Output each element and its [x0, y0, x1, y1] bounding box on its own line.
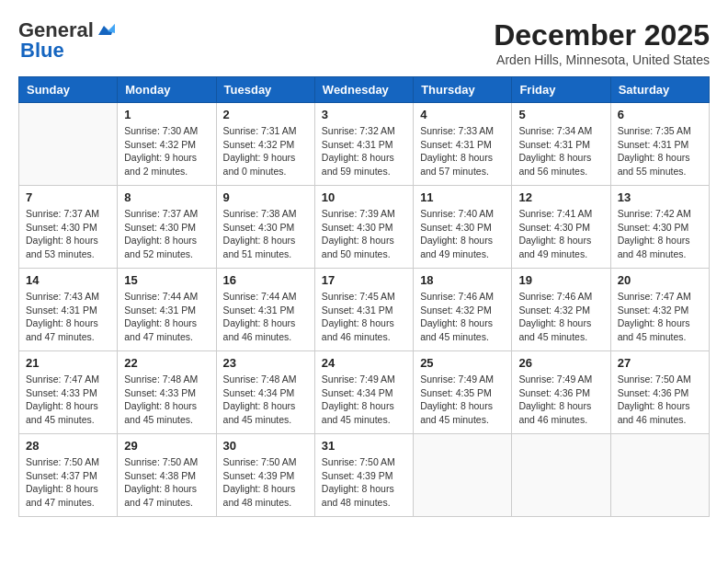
day-cell: 18Sunrise: 7:46 AMSunset: 4:32 PMDayligh…: [414, 269, 512, 351]
header-wednesday: Wednesday: [314, 77, 413, 103]
day-number: 20: [618, 273, 702, 287]
day-cell: 5Sunrise: 7:34 AMSunset: 4:31 PMDaylight…: [512, 103, 610, 186]
day-number: 6: [618, 108, 702, 121]
header-thursday: Thursday: [414, 77, 512, 103]
day-info: Sunrise: 7:38 AMSunset: 4:30 PMDaylight:…: [223, 207, 308, 261]
day-info: Sunrise: 7:48 AMSunset: 4:34 PMDaylight:…: [223, 373, 308, 427]
day-number: 16: [223, 273, 308, 287]
day-cell: 7Sunrise: 7:37 AMSunset: 4:30 PMDaylight…: [19, 186, 118, 269]
day-info: Sunrise: 7:37 AMSunset: 4:30 PMDaylight:…: [124, 207, 209, 261]
day-cell: [512, 434, 610, 517]
day-cell: 25Sunrise: 7:49 AMSunset: 4:35 PMDayligh…: [414, 351, 512, 434]
day-cell: 3Sunrise: 7:32 AMSunset: 4:31 PMDaylight…: [314, 103, 413, 186]
day-number: 21: [26, 356, 110, 370]
month-title: December 2025: [494, 18, 710, 52]
day-cell: 17Sunrise: 7:45 AMSunset: 4:31 PMDayligh…: [314, 269, 413, 351]
day-cell: 22Sunrise: 7:48 AMSunset: 4:33 PMDayligh…: [118, 351, 216, 434]
day-info: Sunrise: 7:34 AMSunset: 4:31 PMDaylight:…: [518, 124, 603, 178]
header-monday: Monday: [118, 77, 216, 103]
day-number: 25: [420, 356, 505, 370]
day-number: 5: [518, 108, 603, 121]
day-info: Sunrise: 7:43 AMSunset: 4:31 PMDaylight:…: [26, 290, 110, 344]
header-tuesday: Tuesday: [216, 77, 314, 103]
day-info: Sunrise: 7:32 AMSunset: 4:31 PMDaylight:…: [322, 124, 406, 178]
day-number: 12: [518, 190, 603, 204]
day-number: 17: [322, 273, 406, 287]
day-info: Sunrise: 7:50 AMSunset: 4:39 PMDaylight:…: [322, 455, 406, 510]
day-cell: 28Sunrise: 7:50 AMSunset: 4:37 PMDayligh…: [19, 434, 118, 517]
day-cell: [610, 434, 709, 517]
day-cell: 21Sunrise: 7:47 AMSunset: 4:33 PMDayligh…: [19, 351, 118, 434]
day-info: Sunrise: 7:33 AMSunset: 4:31 PMDaylight:…: [420, 124, 505, 178]
day-info: Sunrise: 7:41 AMSunset: 4:30 PMDaylight:…: [518, 207, 603, 261]
day-number: 8: [124, 190, 209, 204]
week-row-2: 7Sunrise: 7:37 AMSunset: 4:30 PMDaylight…: [19, 186, 710, 269]
day-number: 31: [322, 439, 406, 453]
day-number: 29: [124, 439, 209, 453]
day-info: Sunrise: 7:44 AMSunset: 4:31 PMDaylight:…: [223, 290, 308, 344]
day-cell: 30Sunrise: 7:50 AMSunset: 4:39 PMDayligh…: [216, 434, 314, 517]
day-number: 7: [26, 190, 110, 204]
day-number: 23: [223, 356, 308, 370]
day-number: 4: [420, 108, 505, 121]
day-number: 11: [420, 190, 505, 204]
logo: General Blue: [18, 18, 116, 63]
day-cell: 29Sunrise: 7:50 AMSunset: 4:38 PMDayligh…: [118, 434, 216, 517]
day-cell: 19Sunrise: 7:46 AMSunset: 4:32 PMDayligh…: [512, 269, 610, 351]
day-number: 9: [223, 190, 308, 204]
day-info: Sunrise: 7:49 AMSunset: 4:36 PMDaylight:…: [518, 373, 603, 427]
calendar-table: SundayMondayTuesdayWednesdayThursdayFrid…: [18, 76, 710, 517]
day-number: 18: [420, 273, 505, 287]
day-info: Sunrise: 7:48 AMSunset: 4:33 PMDaylight:…: [124, 373, 209, 427]
title-block: December 2025 Arden Hills, Minnesota, Un…: [494, 18, 710, 67]
day-info: Sunrise: 7:40 AMSunset: 4:30 PMDaylight:…: [420, 207, 505, 261]
day-number: 24: [322, 356, 406, 370]
day-number: 10: [322, 190, 406, 204]
week-row-1: 1Sunrise: 7:30 AMSunset: 4:32 PMDaylight…: [19, 103, 710, 186]
day-number: 1: [124, 108, 209, 121]
calendar-header-row: SundayMondayTuesdayWednesdayThursdayFrid…: [19, 77, 710, 103]
day-cell: 15Sunrise: 7:44 AMSunset: 4:31 PMDayligh…: [118, 269, 216, 351]
day-cell: 26Sunrise: 7:49 AMSunset: 4:36 PMDayligh…: [512, 351, 610, 434]
day-info: Sunrise: 7:46 AMSunset: 4:32 PMDaylight:…: [420, 290, 505, 344]
day-info: Sunrise: 7:47 AMSunset: 4:32 PMDaylight:…: [618, 290, 702, 344]
day-number: 2: [223, 108, 308, 121]
header-friday: Friday: [512, 77, 610, 103]
day-cell: 12Sunrise: 7:41 AMSunset: 4:30 PMDayligh…: [512, 186, 610, 269]
day-cell: 8Sunrise: 7:37 AMSunset: 4:30 PMDaylight…: [118, 186, 216, 269]
day-cell: 9Sunrise: 7:38 AMSunset: 4:30 PMDaylight…: [216, 186, 314, 269]
day-info: Sunrise: 7:42 AMSunset: 4:30 PMDaylight:…: [618, 207, 702, 261]
day-number: 27: [618, 356, 702, 370]
day-info: Sunrise: 7:30 AMSunset: 4:32 PMDaylight:…: [124, 124, 209, 178]
day-number: 3: [322, 108, 406, 121]
day-cell: 20Sunrise: 7:47 AMSunset: 4:32 PMDayligh…: [610, 269, 709, 351]
day-info: Sunrise: 7:39 AMSunset: 4:30 PMDaylight:…: [322, 207, 406, 261]
day-cell: [19, 103, 118, 186]
day-info: Sunrise: 7:50 AMSunset: 4:37 PMDaylight:…: [26, 455, 110, 510]
day-cell: 11Sunrise: 7:40 AMSunset: 4:30 PMDayligh…: [414, 186, 512, 269]
day-number: 14: [26, 273, 110, 287]
day-info: Sunrise: 7:50 AMSunset: 4:38 PMDaylight:…: [124, 455, 209, 510]
day-number: 13: [618, 190, 702, 204]
day-info: Sunrise: 7:37 AMSunset: 4:30 PMDaylight:…: [26, 207, 110, 261]
day-number: 26: [518, 356, 603, 370]
day-info: Sunrise: 7:31 AMSunset: 4:32 PMDaylight:…: [223, 124, 308, 178]
day-info: Sunrise: 7:35 AMSunset: 4:31 PMDaylight:…: [618, 124, 702, 178]
logo-bird-icon: [95, 22, 115, 39]
day-number: 15: [124, 273, 209, 287]
day-cell: [414, 434, 512, 517]
week-row-3: 14Sunrise: 7:43 AMSunset: 4:31 PMDayligh…: [19, 269, 710, 351]
day-number: 19: [518, 273, 603, 287]
header-sunday: Sunday: [19, 77, 118, 103]
day-number: 30: [223, 439, 308, 453]
day-info: Sunrise: 7:47 AMSunset: 4:33 PMDaylight:…: [26, 373, 110, 427]
day-cell: 23Sunrise: 7:48 AMSunset: 4:34 PMDayligh…: [216, 351, 314, 434]
day-cell: 14Sunrise: 7:43 AMSunset: 4:31 PMDayligh…: [19, 269, 118, 351]
day-number: 22: [124, 356, 209, 370]
day-cell: 27Sunrise: 7:50 AMSunset: 4:36 PMDayligh…: [610, 351, 709, 434]
day-info: Sunrise: 7:46 AMSunset: 4:32 PMDaylight:…: [518, 290, 603, 344]
day-cell: 2Sunrise: 7:31 AMSunset: 4:32 PMDaylight…: [216, 103, 314, 186]
day-cell: 6Sunrise: 7:35 AMSunset: 4:31 PMDaylight…: [610, 103, 709, 186]
day-cell: 1Sunrise: 7:30 AMSunset: 4:32 PMDaylight…: [118, 103, 216, 186]
header-saturday: Saturday: [610, 77, 709, 103]
